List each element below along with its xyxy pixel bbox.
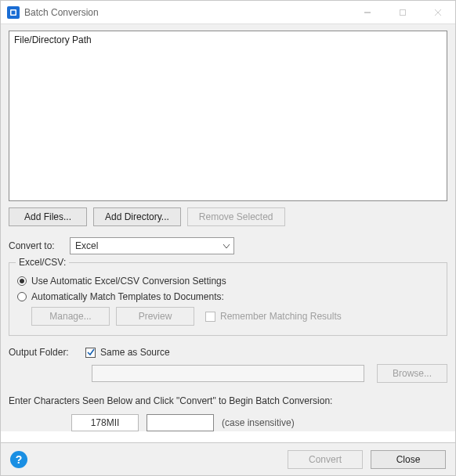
dialog-content: File/Directory Path Add Files... Add Dir… (1, 24, 455, 431)
manage-button: Manage... (31, 307, 110, 326)
excel-csv-group: Excel/CSV: Use Automatic Excel/CSV Conve… (9, 262, 447, 336)
help-icon[interactable]: ? (10, 451, 27, 468)
svg-rect-1 (12, 10, 16, 14)
output-path-row: Browse... (92, 364, 447, 383)
captcha-instruction: Enter Characters Seen Below and Click "C… (9, 395, 447, 406)
radio-match-label: Automatically Match Templates to Documen… (31, 291, 224, 302)
template-buttons-row: Manage... Preview Remember Matching Resu… (31, 307, 439, 326)
same-as-source-checkbox-row[interactable]: Same as Source (85, 347, 170, 358)
remember-checkbox (205, 312, 215, 322)
radio-icon (17, 276, 27, 286)
convert-to-label: Convert to: (9, 240, 63, 251)
convert-button: Convert (288, 450, 363, 469)
same-as-source-label: Same as Source (100, 347, 170, 358)
output-folder-row: Output Folder: Same as Source (9, 347, 447, 358)
add-directory-button[interactable]: Add Directory... (93, 207, 181, 226)
add-files-button[interactable]: Add Files... (9, 207, 87, 226)
convert-to-value: Excel (75, 240, 98, 251)
radio-auto-label: Use Automatic Excel/CSV Conversion Setti… (31, 276, 226, 287)
file-list-header: File/Directory Path (14, 34, 442, 45)
svg-rect-3 (400, 9, 405, 15)
remember-label: Remember Matching Results (220, 311, 342, 322)
minimize-button[interactable] (349, 1, 385, 23)
radio-icon (17, 292, 27, 301)
close-button[interactable]: Close (371, 450, 446, 469)
file-buttons-row: Add Files... Add Directory... Remove Sel… (9, 207, 447, 226)
chevron-down-icon (223, 240, 230, 251)
captcha-row: 178MII (case insensitive) (71, 414, 447, 431)
output-folder-label: Output Folder: (9, 347, 78, 358)
output-path-input (92, 365, 364, 382)
titlebar: Batch Conversion (1, 1, 455, 24)
convert-to-select[interactable]: Excel (70, 237, 234, 254)
excel-csv-legend: Excel/CSV: (16, 257, 69, 268)
captcha-input[interactable] (147, 414, 214, 431)
close-window-button[interactable] (420, 1, 455, 23)
file-list[interactable]: File/Directory Path (9, 31, 447, 201)
preview-button: Preview (116, 307, 194, 326)
radio-auto-settings[interactable]: Use Automatic Excel/CSV Conversion Setti… (17, 276, 439, 287)
captcha-hint: (case insensitive) (222, 417, 295, 428)
convert-to-row: Convert to: Excel (9, 237, 447, 254)
app-icon (7, 6, 20, 19)
remove-selected-button: Remove Selected (187, 207, 285, 226)
captcha-code: 178MII (71, 414, 139, 431)
browse-button: Browse... (377, 364, 447, 383)
radio-match-templates[interactable]: Automatically Match Templates to Documen… (17, 291, 439, 302)
same-as-source-checkbox[interactable] (85, 348, 96, 358)
dialog-footer: ? Convert Close (1, 442, 455, 475)
maximize-button[interactable] (385, 1, 420, 23)
window-title: Batch Conversion (24, 7, 349, 18)
window-controls (349, 1, 455, 23)
